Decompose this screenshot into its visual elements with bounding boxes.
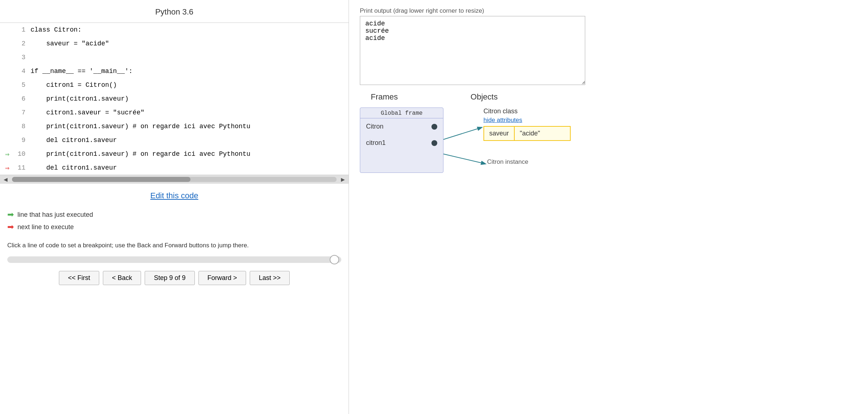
line-number-2: 2 (15, 40, 31, 47)
line-code-5: citron1 = Citron() (31, 81, 117, 89)
citron-instance-label: Citron instance (487, 158, 528, 166)
slider-track[interactable] (7, 256, 341, 263)
line-number-5: 5 (15, 81, 31, 89)
no-arrow: ⇒ (0, 108, 15, 117)
edit-code-link[interactable]: Edit this code (150, 191, 198, 200)
global-frame-label: Global frame (360, 108, 443, 118)
slider-thumb[interactable] (330, 255, 339, 264)
scrollbar-track[interactable] (12, 177, 337, 182)
no-arrow: ⇒ (0, 53, 15, 62)
line-code-8: print(citron1.saveur) # on regarde ici a… (31, 123, 250, 130)
attr-val: "acide" (515, 127, 545, 140)
code-line-9[interactable]: ⇒9 del citron1.saveur (0, 133, 349, 147)
no-arrow: ⇒ (0, 94, 15, 104)
no-arrow: ⇒ (0, 67, 15, 76)
no-arrow: ⇒ (0, 39, 15, 48)
line-code-6: print(citron1.saveur) (31, 95, 129, 102)
scroll-left-arrow[interactable]: ◀ (2, 176, 9, 182)
frame-row-citron: Citron (360, 118, 443, 135)
no-arrow: ⇒ (0, 122, 15, 131)
legend-red-arrow: ➡ (7, 222, 14, 232)
edit-link-container: Edit this code (0, 184, 349, 206)
legend-red-label: next line to execute (17, 223, 74, 231)
resize-handle-icon[interactable]: ◢ (579, 79, 585, 85)
line-code-11: del citron1.saveur (31, 164, 117, 171)
frames-label: Frames (371, 92, 398, 102)
global-frame-box: Global frame Citron citron1 (360, 107, 443, 173)
code-line-5[interactable]: ⇒5 citron1 = Citron() (0, 78, 349, 92)
line-code-4: if __name__ == '__main__': (31, 68, 133, 75)
print-output-box: acide sucrée acide ◢ (360, 16, 585, 85)
forward-button[interactable]: Forward > (198, 271, 246, 285)
last-button[interactable]: Last >> (250, 271, 290, 285)
line-number-10: 10 (15, 150, 31, 158)
code-area: ⇒1class Citron:⇒2 saveur = "acide"⇒3⇒4if… (0, 23, 349, 175)
code-line-1[interactable]: ⇒1class Citron: (0, 23, 349, 37)
frames-objects-section: Frames Objects Global frame Citron citro… (360, 92, 857, 180)
back-button[interactable]: < Back (103, 271, 141, 285)
hide-attributes-link[interactable]: hide attributes (483, 117, 571, 124)
line-number-4: 4 (15, 68, 31, 75)
line-number-11: 11 (15, 164, 31, 171)
code-line-3[interactable]: ⇒3 (0, 50, 349, 64)
code-line-2[interactable]: ⇒2 saveur = "acide" (0, 37, 349, 50)
code-line-8[interactable]: ⇒8 print(citron1.saveur) # on regarde ic… (0, 119, 349, 133)
line-code-7: citron1.saveur = "sucrée" (31, 109, 144, 116)
line-number-6: 6 (15, 95, 31, 102)
scroll-right-arrow[interactable]: ▶ (339, 176, 346, 182)
frame-pointer-citron1 (431, 140, 437, 146)
red-arrow-icon: ⇒ (0, 163, 15, 172)
objects-label: Objects (471, 92, 498, 102)
instruction-text: Click a line of code to set a breakpoint… (0, 238, 349, 253)
no-arrow: ⇒ (0, 81, 15, 90)
frame-var-citron: Citron (366, 123, 383, 130)
line-code-9: del citron1.saveur (31, 137, 117, 144)
line-number-7: 7 (15, 109, 31, 116)
nav-buttons: << First < Back Step 9 of 9 Forward > La… (0, 267, 349, 289)
no-arrow: ⇒ (0, 136, 15, 145)
frame-row-citron1: citron1 (360, 135, 443, 151)
code-title: Python 3.6 (0, 4, 349, 23)
legend-green-arrow: ➡ (7, 210, 14, 219)
citron-class-label: Citron class (483, 107, 571, 115)
citron-attr-table: saveur "acide" (483, 126, 571, 141)
line-number-8: 8 (15, 123, 31, 130)
attr-key: saveur (484, 127, 515, 140)
slider-area (0, 253, 349, 267)
first-button[interactable]: << First (59, 271, 99, 285)
code-line-4[interactable]: ⇒4if __name__ == '__main__': (0, 64, 349, 78)
line-code-1: class Citron: (31, 26, 81, 33)
print-output-text: acide sucrée acide (365, 20, 580, 42)
green-arrow-icon: ⇒ (0, 150, 15, 159)
print-output-label: Print output (drag lower right corner to… (360, 7, 857, 15)
line-code-10: print(citron1.saveur) # on regarde ici a… (31, 150, 250, 158)
no-arrow: ⇒ (0, 25, 15, 34)
code-line-11[interactable]: ⇒11 del citron1.saveur (0, 161, 349, 175)
step-indicator: Step 9 of 9 (145, 271, 194, 285)
code-line-10[interactable]: ⇒10 print(citron1.saveur) # on regarde i… (0, 147, 349, 161)
line-number-3: 3 (15, 54, 31, 61)
legend-green-label: line that has just executed (17, 211, 93, 219)
legend: ➡ line that has just executed ➡ next lin… (0, 206, 349, 238)
code-line-7[interactable]: ⇒7 citron1.saveur = "sucrée" (0, 106, 349, 119)
scrollbar-thumb[interactable] (12, 177, 190, 182)
line-code-2: saveur = "acide" (31, 40, 109, 47)
line-number-9: 9 (15, 137, 31, 144)
line-number-1: 1 (15, 26, 31, 33)
frame-pointer-citron (431, 124, 437, 130)
frame-var-citron1: citron1 (366, 139, 386, 147)
scrollbar[interactable]: ◀ ▶ (0, 175, 349, 184)
citron-class-container: Citron class hide attributes saveur "aci… (483, 107, 571, 141)
diagram: Global frame Citron citron1 Citron class… (360, 107, 614, 180)
code-line-6[interactable]: ⇒6 print(citron1.saveur) (0, 92, 349, 106)
